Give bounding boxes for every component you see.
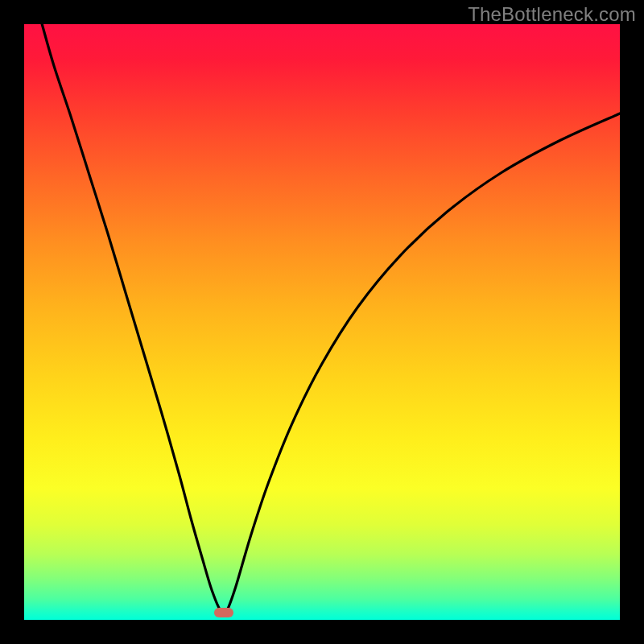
bottleneck-curve [42,24,620,613]
plot-area [24,24,620,620]
curve-layer [24,24,620,620]
chart-root: TheBottleneck.com [0,0,644,644]
minimum-marker [214,608,233,617]
watermark-text: TheBottleneck.com [468,3,636,26]
